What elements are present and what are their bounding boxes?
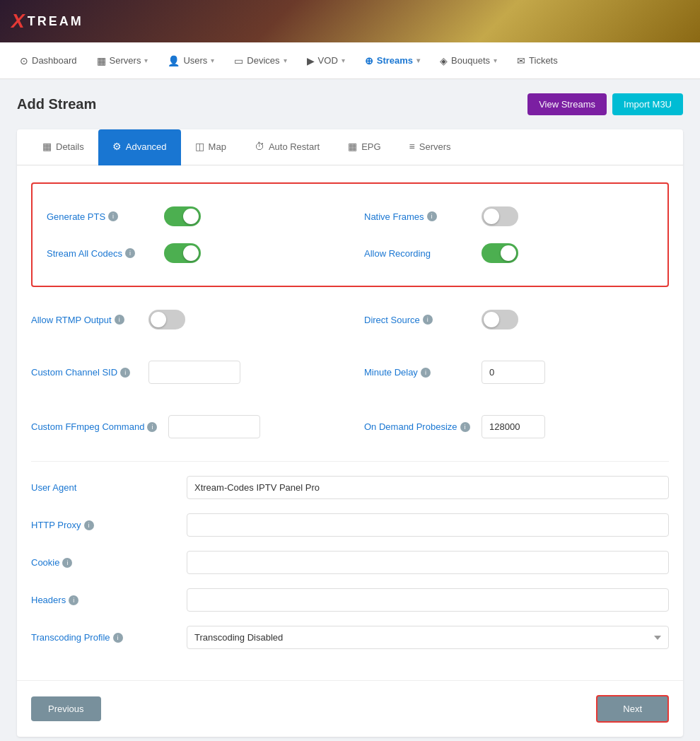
hero-banner: X TREAM: [0, 0, 700, 42]
devices-icon: ▭: [234, 55, 243, 66]
auto-restart-tab-icon: ⏱: [255, 141, 264, 152]
tab-details[interactable]: ▦ Details: [28, 129, 98, 165]
headers-info-icon: i: [69, 595, 78, 605]
generate-pts-thumb: [183, 209, 199, 224]
headers-row: Headers i: [31, 588, 669, 612]
rtmp-direct-row: Allow RTMP Output i Direct Source i: [31, 301, 669, 338]
nav-vod[interactable]: ▶ VOD ▾: [298, 49, 354, 72]
user-agent-input-col: [187, 476, 669, 499]
direct-source-label: Direct Source i: [364, 315, 470, 325]
http-proxy-input-col: [187, 513, 669, 537]
navbar: ⊙ Dashboard ▦ Servers ▾ 👤 Users ▾ ▭ Devi…: [0, 42, 700, 79]
direct-source-toggle[interactable]: [482, 310, 518, 329]
bouquets-icon: ◈: [440, 55, 448, 66]
generate-pts-label: Generate PTS i: [47, 211, 153, 222]
tab-map-label: Map: [209, 141, 226, 152]
servers-icon: ▦: [97, 55, 106, 66]
nav-tickets[interactable]: ✉ Tickets: [508, 49, 566, 72]
http-proxy-input[interactable]: [187, 513, 669, 537]
dashboard-icon: ⊙: [20, 55, 28, 66]
previous-button[interactable]: Previous: [31, 696, 101, 721]
allow-recording-label: Allow Recording: [364, 248, 470, 259]
generate-pts-pair: Generate PTS i: [47, 198, 336, 235]
bouquets-arrow-icon: ▾: [494, 57, 497, 64]
streams-arrow-icon: ▾: [416, 57, 420, 64]
transcoding-label: Transcoding Profile i: [31, 632, 173, 643]
allow-recording-pair: Allow Recording: [364, 235, 653, 272]
cookie-label: Cookie i: [31, 557, 173, 568]
sid-delay-row: Custom Channel SID i Minute Delay i: [31, 352, 669, 392]
next-button[interactable]: Next: [596, 695, 669, 723]
transcoding-row: Transcoding Profile i Transcoding Disabl…: [31, 626, 669, 649]
vod-arrow-icon: ▾: [342, 57, 345, 64]
ffmpeg-probesize-row: Custom FFmpeg Command i On Demand Probes…: [31, 407, 669, 447]
custom-ffmpeg-label: Custom FFmpeg Command i: [31, 421, 157, 432]
view-streams-button[interactable]: View Streams: [527, 93, 607, 115]
nav-users[interactable]: 👤 Users ▾: [159, 49, 223, 72]
page-header: Add Stream View Streams Import M3U: [17, 93, 683, 115]
allow-rtmp-toggle[interactable]: [148, 310, 185, 329]
streams-icon: ⊕: [365, 55, 373, 66]
allow-recording-toggle[interactable]: [482, 243, 518, 263]
nav-devices[interactable]: ▭ Devices ▾: [226, 49, 295, 72]
bottom-actions: Previous Next: [17, 680, 683, 737]
native-frames-track: [482, 206, 518, 226]
native-frames-thumb: [484, 209, 499, 224]
native-frames-pair: Native Frames i: [364, 198, 653, 235]
nav-streams[interactable]: ⊕ Streams ▾: [356, 49, 428, 72]
custom-channel-sid-label: Custom Channel SID i: [31, 367, 137, 378]
details-tab-icon: ▦: [42, 141, 52, 152]
tab-advanced[interactable]: ⚙ Advanced: [98, 129, 181, 165]
tab-epg-label: EPG: [361, 141, 380, 152]
nav-tickets-label: Tickets: [529, 55, 558, 66]
import-m3u-button[interactable]: Import M3U: [612, 93, 683, 115]
generate-pts-toggle[interactable]: [164, 206, 201, 226]
users-icon: 👤: [168, 55, 180, 66]
tab-details-label: Details: [56, 141, 84, 152]
on-demand-probesize-input[interactable]: [482, 415, 545, 438]
headers-input[interactable]: [187, 588, 669, 612]
allow-rtmp-label: Allow RTMP Output i: [31, 315, 137, 325]
servers-arrow-icon: ▾: [144, 57, 148, 64]
nav-servers[interactable]: ▦ Servers ▾: [88, 49, 157, 72]
nav-dashboard[interactable]: ⊙ Dashboard: [11, 49, 86, 72]
http-proxy-info-icon: i: [84, 520, 94, 530]
allow-rtmp-info-icon: i: [115, 315, 124, 325]
generate-pts-track: [164, 206, 201, 226]
allow-rtmp-pair: Allow RTMP Output i: [31, 301, 336, 338]
epg-tab-icon: ▦: [348, 141, 357, 152]
transcoding-input-col: Transcoding Disabled: [187, 626, 669, 649]
cookie-input[interactable]: [187, 551, 669, 574]
main-card: ▦ Details ⚙ Advanced ◫ Map ⏱ Auto Restar…: [17, 129, 683, 737]
custom-ffmpeg-input[interactable]: [168, 415, 260, 438]
direct-source-thumb: [484, 312, 499, 327]
tab-map[interactable]: ◫ Map: [181, 129, 240, 165]
custom-channel-sid-input[interactable]: [148, 361, 240, 384]
tab-servers[interactable]: ≡ Servers: [395, 129, 465, 165]
cookie-input-col: [187, 551, 669, 574]
cookie-info-icon: i: [62, 558, 72, 568]
transcoding-select[interactable]: Transcoding Disabled: [187, 626, 669, 649]
page-title: Add Stream: [17, 96, 96, 112]
vod-icon: ▶: [307, 55, 315, 66]
user-agent-input[interactable]: [187, 476, 669, 499]
toggle-row-2: Stream All Codecs i Allow Recording: [47, 235, 653, 272]
tab-epg[interactable]: ▦ EPG: [334, 129, 395, 165]
native-frames-toggle[interactable]: [482, 206, 518, 226]
nav-servers-label: Servers: [110, 55, 141, 66]
minute-delay-input[interactable]: [482, 361, 545, 384]
tab-auto-restart[interactable]: ⏱ Auto Restart: [240, 129, 334, 165]
direct-source-track: [482, 310, 518, 329]
headers-input-col: [187, 588, 669, 612]
on-demand-probesize-label: On Demand Probesize i: [364, 421, 470, 432]
allow-rtmp-thumb: [151, 312, 166, 327]
on-demand-probesize-info-icon: i: [460, 422, 470, 432]
custom-channel-sid-info-icon: i: [120, 368, 130, 378]
custom-ffmpeg-info-icon: i: [147, 422, 157, 432]
on-demand-probesize-pair: On Demand Probesize i: [364, 407, 669, 447]
tickets-icon: ✉: [517, 55, 525, 66]
direct-source-pair: Direct Source i: [364, 301, 669, 338]
stream-all-codecs-toggle[interactable]: [164, 243, 201, 263]
nav-bouquets[interactable]: ◈ Bouquets ▾: [431, 49, 506, 72]
stream-all-codecs-label: Stream All Codecs i: [47, 248, 153, 259]
